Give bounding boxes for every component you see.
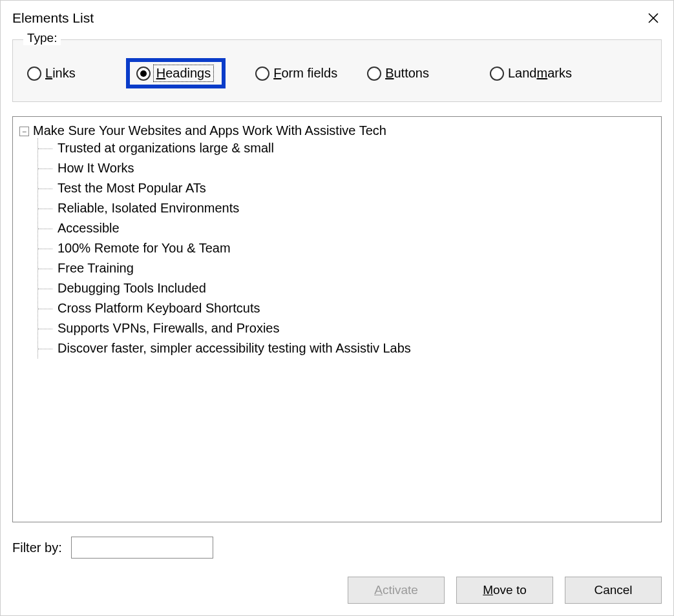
headings-highlight: Headings (126, 58, 226, 88)
tree-item[interactable]: Accessible (38, 218, 655, 238)
radio-icon (490, 67, 504, 81)
tree-item[interactable]: Trusted at organizations large & small (38, 138, 655, 158)
cancel-button[interactable]: Cancel (565, 577, 662, 604)
radio-icon (136, 67, 151, 81)
dialog-button-row: Activate Move to Cancel (12, 577, 662, 604)
radio-landmarks[interactable]: Landmarks (485, 63, 577, 83)
radio-form-fields[interactable]: Form fields (250, 63, 342, 83)
activate-button[interactable]: Activate (348, 577, 445, 604)
tree-item[interactable]: Reliable, Isolated Environments (38, 198, 655, 218)
move-to-button[interactable]: Move to (456, 577, 553, 604)
cancel-button-label: Cancel (594, 583, 632, 597)
filter-row: Filter by: (12, 537, 662, 559)
tree-item[interactable]: How It Works (38, 158, 655, 178)
radio-buttons[interactable]: Buttons (362, 63, 434, 83)
radio-label-form-fields: Form fields (273, 66, 337, 81)
tree-item[interactable]: Cross Platform Keyboard Shortcuts (38, 298, 655, 318)
type-legend: Type: (23, 31, 61, 45)
type-radio-row: Links Headings Form fields (22, 58, 652, 88)
tree-item[interactable]: Debugging Tools Included (38, 278, 655, 298)
tree-root-label: Make Sure Your Websites and Apps Work Wi… (33, 122, 386, 138)
tree-item[interactable]: 100% Remote for You & Team (38, 238, 655, 258)
radio-links[interactable]: Links (22, 63, 81, 83)
type-groupbox: Type: Links Headings Form fields (12, 39, 662, 102)
radio-label-headings: Headings (154, 66, 213, 81)
filter-input[interactable] (71, 537, 213, 559)
radio-label-buttons: Buttons (385, 66, 429, 81)
radio-icon (255, 67, 269, 81)
tree-item[interactable]: Discover faster, simpler accessibility t… (38, 338, 655, 358)
close-icon (648, 12, 659, 24)
close-button[interactable] (642, 7, 664, 29)
filter-label: Filter by: (12, 540, 62, 555)
move-to-button-label: Move to (483, 583, 527, 597)
window-title: Elements List (12, 10, 94, 26)
headings-tree[interactable]: − Make Sure Your Websites and Apps Work … (12, 116, 662, 522)
dialog-body: Type: Links Headings Form fields (1, 36, 673, 615)
activate-button-label: Activate (374, 583, 418, 597)
radio-icon (27, 67, 41, 81)
tree-item[interactable]: Test the Most Popular ATs (38, 178, 655, 198)
tree-children: Trusted at organizations large & smallHo… (37, 138, 655, 358)
radio-label-links: Links (45, 66, 76, 81)
tree-item[interactable]: Free Training (38, 258, 655, 278)
radio-label-landmarks: Landmarks (508, 66, 572, 81)
titlebar: Elements List (1, 1, 673, 36)
tree-root-row[interactable]: − Make Sure Your Websites and Apps Work … (19, 122, 655, 138)
elements-list-dialog: Elements List Type: Links Headings (0, 0, 674, 616)
tree-expander-icon[interactable]: − (19, 127, 29, 136)
tree-item[interactable]: Supports VPNs, Firewalls, and Proxies (38, 318, 655, 338)
radio-headings[interactable]: Headings (131, 63, 218, 83)
radio-icon (367, 67, 381, 81)
